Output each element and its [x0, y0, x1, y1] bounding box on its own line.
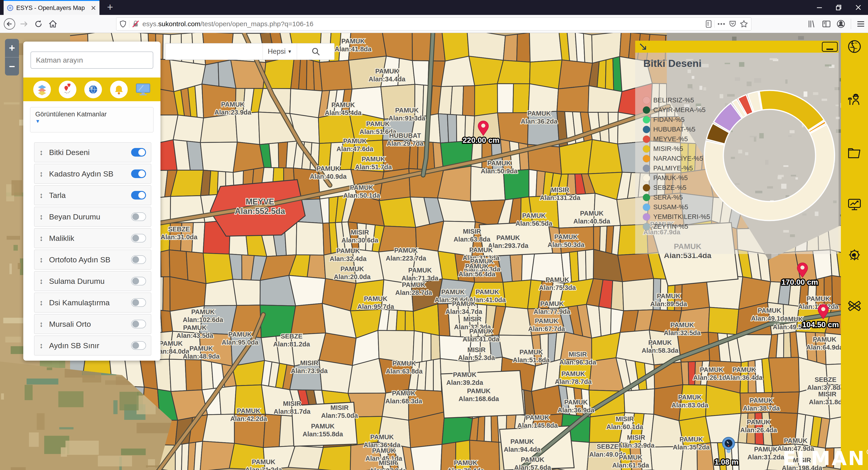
- window-minimize-button[interactable]: [810, 0, 829, 15]
- layer-label: Aydın SB Sınır: [49, 341, 131, 350]
- layer-toggle[interactable]: [131, 212, 146, 221]
- brand-watermark: ELMAN®: [782, 447, 868, 470]
- bell-icon[interactable]: [110, 81, 128, 98]
- legend-color-dot: [643, 106, 650, 114]
- legend-color-dot: [643, 126, 650, 133]
- layer-item[interactable]: ↕Sulama Durumu: [34, 271, 151, 291]
- map-search-input[interactable]: [165, 43, 263, 60]
- drag-handle-icon[interactable]: ↕: [39, 191, 43, 200]
- reload-button[interactable]: [31, 17, 46, 31]
- drag-handle-icon[interactable]: ↕: [39, 148, 43, 157]
- insecure-lock-icon[interactable]: [131, 20, 140, 28]
- layer-label: Sulama Durumu: [49, 277, 131, 286]
- drag-handle-icon[interactable]: ↕: [39, 320, 43, 328]
- layer-toggle[interactable]: [131, 255, 146, 264]
- layer-toggle[interactable]: [131, 298, 146, 307]
- monitor-icon[interactable]: [135, 83, 151, 96]
- section-title: Görüntülenen Katmanlar: [35, 111, 148, 118]
- globe-icon[interactable]: [84, 81, 102, 98]
- legend-color-dot: [643, 194, 650, 201]
- library-icon[interactable]: [807, 19, 817, 29]
- layers-icon[interactable]: [33, 81, 51, 98]
- bookmark-star-icon[interactable]: [739, 20, 748, 29]
- toolbar-right-icons: [805, 15, 868, 33]
- layer-item[interactable]: ↕Beyan Durumu: [34, 207, 151, 227]
- zoom-out-button[interactable]: −: [5, 57, 19, 76]
- site-favicon: [7, 4, 13, 11]
- layer-toggle[interactable]: [131, 148, 146, 157]
- back-button[interactable]: [2, 17, 17, 31]
- drag-handle-icon[interactable]: ↕: [39, 341, 43, 350]
- layer-item[interactable]: ↕Maliklik: [34, 228, 151, 248]
- measurement-label: 170.00 cm: [781, 278, 818, 286]
- search-filter-select[interactable]: Hepsi ▼: [263, 43, 297, 60]
- layer-toggle[interactable]: [131, 234, 146, 243]
- legend-color-dot: [643, 116, 650, 123]
- zoom-in-button[interactable]: +: [5, 39, 19, 57]
- window-close-button[interactable]: [848, 0, 868, 15]
- page-actions-icon[interactable]: [717, 22, 726, 26]
- legend-item: MISIR-%5: [643, 145, 683, 153]
- browser-tab-bar: ESYS - OpenLayers Map ✕ +: [0, 0, 868, 15]
- drag-handle-icon[interactable]: ↕: [39, 277, 43, 286]
- layer-item[interactable]: ↕Ortofoto Aydın SB: [34, 250, 151, 270]
- layer-item[interactable]: ↕Aydın SB Sınır: [34, 336, 151, 355]
- layer-toggle[interactable]: [131, 277, 146, 285]
- legend-minimize-button[interactable]: [822, 42, 838, 52]
- browser-tab[interactable]: ESYS - OpenLayers Map ✕: [4, 0, 99, 15]
- folder-tool-icon[interactable]: [847, 146, 862, 160]
- layer-label: Tarla: [49, 191, 131, 200]
- settings-wrench-tool-icon[interactable]: [847, 248, 862, 262]
- forward-button[interactable]: [17, 17, 31, 31]
- legend-item-label: NARANCİYE-%5: [653, 155, 703, 162]
- tracking-shield-icon[interactable]: [119, 20, 127, 28]
- farmer-tool-icon[interactable]: [847, 92, 862, 107]
- url-bar[interactable]: esys.sukontrol.com/test/open/open_maps.p…: [116, 18, 751, 31]
- legend-color-dot: [643, 213, 650, 221]
- layers-section-header[interactable]: Görüntülenen Katmanlar ▼: [30, 107, 153, 132]
- layer-label: Bitki Deseni: [49, 148, 131, 157]
- legend-item-label: PALMIYE-%5: [653, 164, 693, 172]
- window-restore-button[interactable]: [829, 0, 848, 15]
- monitor-chart-tool-icon[interactable]: [847, 197, 862, 212]
- layer-item[interactable]: ↕Kadastro Aydın SB: [34, 164, 151, 184]
- layer-toggle[interactable]: [131, 169, 146, 178]
- legend-color-dot: [643, 184, 650, 191]
- search-submit-button[interactable]: [297, 43, 334, 60]
- drag-handle-icon[interactable]: ↕: [39, 234, 43, 243]
- layer-item[interactable]: ↕Bitki Deseni: [34, 143, 151, 162]
- panel-icon-band: [23, 77, 160, 101]
- drag-handle-icon[interactable]: ↕: [39, 212, 43, 221]
- pocket-icon[interactable]: [728, 20, 737, 29]
- tab-close-icon[interactable]: ✕: [88, 4, 96, 12]
- legend-item-label: HUBUBAT-%5: [653, 126, 695, 133]
- menu-hamburger-icon[interactable]: [856, 19, 866, 29]
- legend-item-label: MEYVE-%5: [653, 135, 688, 143]
- layer-toggle[interactable]: [131, 341, 146, 350]
- measure-draw-tool-icon[interactable]: [847, 299, 862, 313]
- layer-item[interactable]: ↕Mursali Orto: [34, 314, 151, 334]
- resize-arrow-icon[interactable]: [638, 42, 648, 52]
- reader-mode-icon[interactable]: [705, 20, 712, 28]
- layer-item[interactable]: ↕Tarla: [34, 185, 151, 205]
- home-button[interactable]: [46, 17, 60, 31]
- chevron-down-icon: ▼: [287, 49, 292, 54]
- legend-item: YEMBITKILERI-%5: [643, 213, 710, 221]
- route-pins-icon[interactable]: [59, 81, 76, 98]
- account-icon[interactable]: [836, 19, 846, 29]
- layer-label: Beyan Durumu: [49, 212, 131, 221]
- layer-toggle[interactable]: [131, 320, 146, 328]
- map-search-bar: Hepsi ▼: [165, 43, 335, 60]
- sidebar-toggle-icon[interactable]: [822, 19, 831, 29]
- legend-item-label: FIDAN-%5: [653, 116, 685, 123]
- drag-handle-icon[interactable]: ↕: [39, 298, 43, 307]
- legend-title-bar[interactable]: [635, 41, 839, 53]
- layer-search-input[interactable]: [31, 52, 153, 69]
- new-tab-button[interactable]: +: [102, 0, 118, 15]
- globe-tool-icon[interactable]: [847, 39, 862, 54]
- layer-label: Kadastro Aydın SB: [49, 169, 131, 178]
- layer-toggle[interactable]: [131, 191, 146, 199]
- drag-handle-icon[interactable]: ↕: [39, 169, 43, 178]
- layer-item[interactable]: ↕Dsi Kamulaştırma: [34, 293, 151, 313]
- drag-handle-icon[interactable]: ↕: [39, 255, 43, 264]
